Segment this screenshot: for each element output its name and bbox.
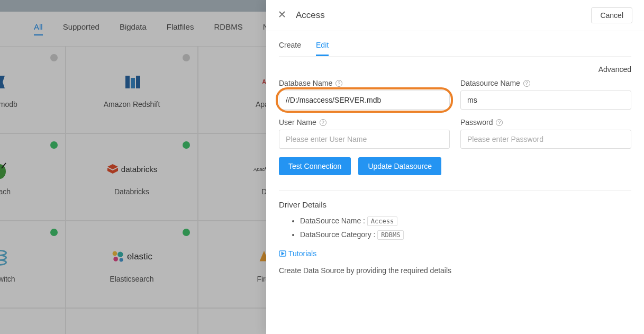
help-text: Create Data Source by providing the requ… xyxy=(279,266,631,275)
help-icon[interactable]: ? xyxy=(496,119,503,126)
test-connection-button[interactable]: Test Connection xyxy=(279,157,351,175)
divider xyxy=(279,190,631,191)
driver-category-row: DataSource Category : RDBMS xyxy=(300,230,631,240)
dbname-input[interactable] xyxy=(279,91,450,110)
driver-name-row: DataSource Name : Access xyxy=(300,216,631,226)
driver-heading: Driver Details xyxy=(279,200,631,209)
password-input[interactable] xyxy=(460,130,631,149)
panel-subtabs: Create Edit xyxy=(279,41,631,57)
username-input[interactable] xyxy=(279,130,450,149)
driver-details: Driver Details DataSource Name : Access … xyxy=(279,200,631,240)
driver-name-tag: Access xyxy=(367,216,397,226)
password-label: Password ? xyxy=(460,118,631,127)
dsname-input[interactable] xyxy=(460,91,631,110)
tutorials-link[interactable]: Tutorials xyxy=(279,249,631,258)
panel-header: Access Cancel xyxy=(266,0,644,31)
play-icon xyxy=(279,250,286,257)
cancel-button[interactable]: Cancel xyxy=(591,7,632,23)
subtab-create[interactable]: Create xyxy=(279,41,301,56)
help-icon[interactable]: ? xyxy=(523,80,530,87)
driver-category-tag: RDBMS xyxy=(377,230,404,240)
dsname-label: Datasource Name ? xyxy=(460,79,631,87)
help-icon[interactable]: ? xyxy=(320,119,326,126)
dbname-label: Database Name ? xyxy=(279,79,450,87)
datasource-panel: Access Cancel Create Edit Advanced Datab… xyxy=(266,0,644,334)
help-icon[interactable]: ? xyxy=(335,80,342,87)
subtab-edit[interactable]: Edit xyxy=(316,41,329,56)
username-label: User Name ? xyxy=(279,118,450,127)
dbname-highlight xyxy=(279,91,450,110)
panel-title: Access xyxy=(296,10,325,21)
update-datasource-button[interactable]: Update Datasource xyxy=(358,157,441,175)
close-icon[interactable] xyxy=(278,10,286,21)
advanced-link[interactable]: Advanced xyxy=(279,65,631,74)
